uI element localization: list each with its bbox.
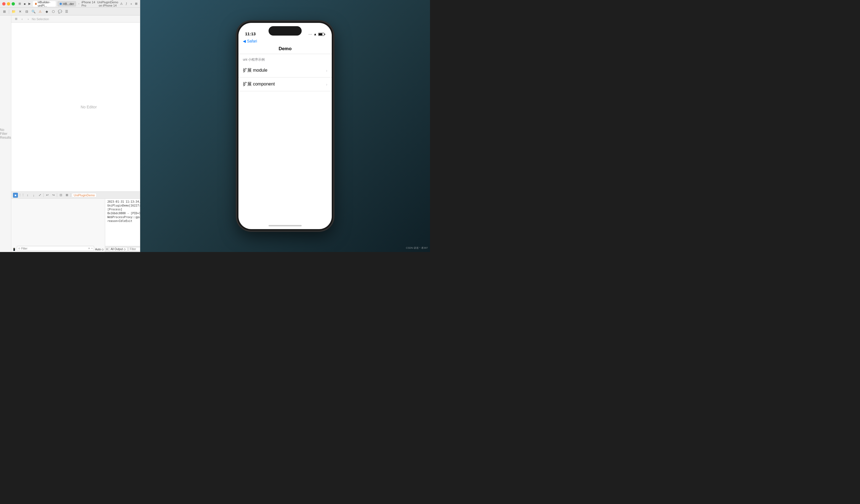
console-right-panel: 2023-01-31 11:13:34.738226+0800 UniPlugi… — [105, 199, 140, 252]
tab-iphone-label: iPhone 14 Pro — [82, 1, 96, 7]
chat-button[interactable]: 💬 — [57, 9, 63, 14]
console-left-panel: 📱 ⊙ ✕ + Auto ◇ — [11, 199, 105, 252]
console-action3-btn[interactable]: ⊡ — [58, 193, 63, 198]
tab-hbder-label: HB...der — [63, 2, 74, 5]
search-button[interactable]: 🔍 — [31, 9, 36, 14]
no-editor-label: No Editor — [81, 105, 97, 109]
minimize-button[interactable] — [7, 2, 10, 5]
console-action4-btn[interactable]: ⊞ — [64, 193, 69, 198]
auto-scroll-button[interactable]: Auto ◇ — [95, 248, 104, 251]
editor-nav: ⊞ ‹ › No Selection ‹ ⚠ › ⊟ — [11, 15, 140, 23]
list-item-module[interactable]: 扩展 module › — [239, 64, 332, 77]
battery-icon — [318, 33, 325, 36]
titlebar: ⊞ ■ ▶ HBuilder-uniPl... HB...der › iPhon… — [0, 0, 140, 8]
editor-container: ⊞ ‹ › No Selection ‹ ⚠ › ⊟ No Editor ■ — [11, 15, 140, 252]
list-item-component-label: 扩展 component — [243, 81, 326, 87]
app-title: Demo — [243, 46, 327, 51]
iphone-frame: 11:13 ··· ▲ ◀ Safari Demo — [237, 21, 333, 231]
console-action1-btn[interactable]: ↩ — [45, 193, 50, 198]
log-line-3: 0x16bdc0800 - [PID=16235] — [108, 211, 140, 215]
maximize-button[interactable] — [12, 2, 15, 5]
warning-button[interactable]: ⚠ — [120, 2, 123, 6]
toolbar-separator-1 — [9, 9, 9, 14]
console-up-btn[interactable]: ↑ — [25, 193, 30, 198]
console-toolbar: ■ ⋮⋮ ↑ ↓ ⤢ ↩ ↪ ⊡ ⊞ UniPluginDemo ⊟ — [11, 192, 140, 199]
grid-view-button[interactable]: ⊞ — [2, 9, 7, 14]
editor-main: No Editor — [11, 23, 140, 191]
filter-search-icon: ⊙ — [18, 247, 20, 250]
tab-dot-hbder — [60, 3, 62, 5]
tab-dot-hbuilder — [35, 3, 37, 5]
layout-button[interactable]: ⊟ — [24, 9, 30, 14]
home-bar — [269, 225, 302, 226]
list-button[interactable]: ☰ — [64, 9, 69, 14]
console-right-toolbar: ≡ All Output ◇ 🗑 — [105, 246, 140, 252]
console-log: 2023-01-31 11:13:34.738226+0800 UniPlugi… — [105, 199, 140, 246]
content-area: No Filter Results ⊞ ‹ › No Selection ‹ ⚠… — [0, 15, 140, 252]
filter-clear-btn[interactable]: ✕ — [88, 247, 90, 250]
tab-hbuilder-label: HBuilder-uniPl... — [38, 1, 54, 7]
iphone-screen: 11:13 ··· ▲ ◀ Safari Demo — [239, 23, 332, 229]
warning-toolbar-button[interactable]: ⚠ — [37, 9, 43, 14]
nav-grid-button[interactable]: ⊞ — [14, 17, 18, 21]
home-indicator — [239, 223, 332, 229]
console-plugin-label: UniPluginDemo — [72, 193, 97, 197]
toolbar: ⊞ 📁 ✕ ⊟ 🔍 ⚠ ◆ ⬡ 💬 ☰ — [0, 8, 140, 15]
sidebar-toggle-button[interactable]: ⊞ — [18, 2, 22, 6]
close-button[interactable] — [2, 2, 5, 5]
console-scroll-btn[interactable]: ≡ — [106, 248, 108, 251]
console-content: 📱 ⊙ ✕ + Auto ◇ 2023-01-31 11:13:34.73822… — [11, 199, 140, 252]
console-sep-1 — [43, 193, 44, 197]
safari-back-button[interactable]: ◀ Safari — [239, 38, 332, 45]
app-navbar: Demo — [239, 45, 332, 54]
section-label: uni 小程序示例 — [239, 54, 332, 64]
console-filter-input[interactable] — [21, 247, 87, 250]
log-line-2: UniPluginDemo[16227:473457] [Process] — [108, 204, 140, 211]
dynamic-island — [269, 26, 302, 35]
close-tab-button[interactable]: ✕ — [17, 9, 23, 14]
right-filter-input[interactable] — [129, 247, 140, 251]
console-filter-btn[interactable]: ■ — [13, 193, 18, 198]
filter-add-btn[interactable]: + — [91, 247, 92, 250]
console-down-btn[interactable]: ↓ — [31, 193, 36, 198]
right-filter-wrap — [129, 247, 140, 251]
add-tab-button[interactable]: + — [130, 2, 133, 6]
folder-button[interactable]: 📁 — [11, 9, 16, 14]
watermark: CSDN @迷丶者397 — [406, 246, 428, 250]
share-button[interactable]: ⤴ — [125, 2, 128, 6]
console-filter-input-wrap: ⊙ ✕ + — [17, 246, 94, 251]
stop-button[interactable]: ■ — [23, 2, 27, 6]
shape-button[interactable]: ⬡ — [51, 9, 56, 14]
list-item-component-chevron: › — [326, 82, 327, 87]
breadcrumb-sep: › — [78, 2, 80, 5]
all-output-selector[interactable]: All Output ◇ — [109, 247, 128, 251]
console-sep-3 — [70, 193, 71, 197]
console-expand-btn[interactable]: ⤢ — [37, 193, 42, 198]
console-lines-btn[interactable]: ⋮⋮ — [19, 193, 24, 198]
scroll-icon: ≡ — [106, 248, 108, 251]
nav-forward-button[interactable]: › — [26, 17, 31, 21]
no-selection-label: No Selection — [32, 17, 140, 21]
traffic-lights — [2, 2, 15, 5]
list-item-module-label: 扩展 module — [243, 68, 326, 73]
log-line-1: 2023-01-31 11:13:34.738226+0800 — [108, 200, 140, 204]
console-action2-btn[interactable]: ↪ — [51, 193, 56, 198]
device-icon: 📱 — [12, 248, 16, 251]
nav-back-button[interactable]: ‹ — [19, 17, 25, 21]
run-button[interactable]: ▶ — [28, 2, 31, 6]
all-output-label: All Output ◇ — [111, 248, 126, 251]
tab-hbuilder[interactable]: HBuilder-uniPl... — [33, 1, 56, 6]
console-area: ■ ⋮⋮ ↑ ↓ ⤢ ↩ ↪ ⊡ ⊞ UniPluginDemo ⊟ — [11, 191, 140, 252]
log-line-5: reason=IdleExit — [108, 219, 140, 223]
log-line-4: WebProcessProxy::gpuProcessExited: — [108, 215, 140, 219]
status-time: 11:13 — [245, 31, 256, 36]
list-item-module-chevron: › — [326, 69, 327, 73]
tab-hbder[interactable]: HB...der — [57, 1, 76, 6]
safari-back-label: ◀ Safari — [243, 39, 257, 43]
bookmark-button[interactable]: ◆ — [44, 9, 49, 14]
list-item-component[interactable]: 扩展 component › — [239, 77, 332, 91]
status-icons: ··· ▲ — [309, 32, 325, 36]
split-view-button[interactable]: ⊞ — [134, 2, 138, 6]
sidebar: No Filter Results — [0, 15, 11, 252]
signal-icon: ··· — [309, 32, 312, 36]
